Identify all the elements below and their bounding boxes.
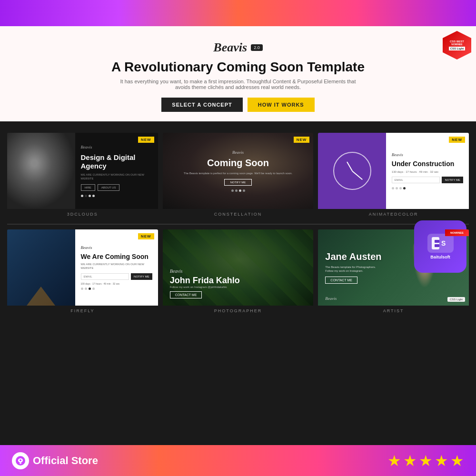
constellation-notify-btn[interactable]: NOTIFY ME xyxy=(224,179,252,186)
artist-sub: The Beavis template for Photographers. F… xyxy=(325,265,382,273)
firefly-counter: 100 days · 17 hours · 49 min · 32 sec xyxy=(81,282,152,285)
artist-contact-btn[interactable]: CONTACT ME xyxy=(325,277,357,284)
store-label-text: Official Store xyxy=(33,455,98,467)
photographer-sub: Follow my work on Instagram @johfridakah… xyxy=(170,286,307,288)
firefly-email-input[interactable] xyxy=(81,273,129,280)
animatedcolor-email-input[interactable] xyxy=(392,177,440,183)
clock-hour-hand xyxy=(347,161,353,171)
animatedcolor-notify-btn[interactable]: NOTIFY ME xyxy=(442,177,463,183)
stars-area: ★ ★ ★ ★ ★ xyxy=(387,452,464,470)
photographer-heading: John Frida Kahlo xyxy=(170,276,307,286)
footer-bar: Official Store ★ ★ ★ ★ ★ xyxy=(0,445,476,476)
star-5: ★ xyxy=(450,452,464,470)
new-badge-firefly: NEW xyxy=(138,233,154,239)
3dclouds-heading: Design & Digital Agency xyxy=(81,153,152,170)
official-store-area: Official Store xyxy=(12,452,98,469)
css-light-badge-artist: CSS Light xyxy=(447,297,465,302)
new-badge-constellation: NEW xyxy=(294,137,310,143)
nominee-ribbon-container: NOMINEE xyxy=(445,229,469,253)
row-divider xyxy=(7,224,469,225)
3dclouds-hire-btn[interactable]: HIRE xyxy=(81,184,95,191)
baitulsoft-name: Baitulsoft xyxy=(430,255,450,259)
firefly-notify-btn[interactable]: NOTIFY ME xyxy=(131,273,152,280)
template-card-photographer[interactable]: Beavis John Frida Kahlo Follow my work o… xyxy=(163,229,314,313)
star-1: ★ xyxy=(387,452,401,470)
version-badge: 2.0 xyxy=(251,44,263,51)
photographer-brand: Beavis xyxy=(170,268,307,274)
constellation-brand: Beavis xyxy=(232,150,244,155)
3dclouds-brand: Beavis xyxy=(81,145,152,149)
hero-buttons: SELECT A CONCEPT HOW IT WORKS xyxy=(161,98,314,112)
css-award-badge: CSS BEST NOMINEE CSS Light xyxy=(443,31,471,60)
clock-minute-hand xyxy=(352,170,362,179)
3dclouds-photo xyxy=(7,133,75,209)
animatedcolor-sub: 130 days · 17 hours · 49 min · 32 sec xyxy=(392,170,463,174)
clock-icon xyxy=(333,152,371,190)
hero-section: Beavis 2.0 A Revolutionary Coming Soon T… xyxy=(0,26,476,121)
template-card-constellation[interactable]: NEW Beavis Coming Soon The Beavis templa… xyxy=(163,133,314,217)
new-badge-3dclouds: NEW xyxy=(138,137,154,143)
photographer-contact-btn[interactable]: CONTACT ME xyxy=(170,291,202,298)
svg-rect-2 xyxy=(435,244,439,247)
3dclouds-label: 3DCLOUDS xyxy=(7,212,158,217)
firefly-photo xyxy=(7,229,75,306)
constellation-heading: Coming Soon xyxy=(207,158,269,169)
logo-area: Beavis 2.0 xyxy=(213,40,262,55)
animatedcolor-label: ANIMATEDCOLOR xyxy=(318,212,469,217)
select-concept-button[interactable]: SELECT A CONCEPT xyxy=(161,98,242,112)
animatedcolor-left xyxy=(318,133,386,209)
star-2: ★ xyxy=(403,452,417,470)
constellation-sub: The Beavis template is perfect for a com… xyxy=(184,171,293,175)
photographer-label: PHOTOGRAPHER xyxy=(163,308,314,313)
3dclouds-about-btn[interactable]: ABOUT US xyxy=(98,184,120,191)
constellation-label: CONSTELLATION xyxy=(163,212,314,217)
animatedcolor-heading: Under Construction xyxy=(392,160,463,168)
firefly-heading: We Are Coming Soon xyxy=(81,253,152,261)
store-icon xyxy=(12,452,29,469)
templates-row-2: NEW Beavis We Are Coming Soon WE ARE CUR… xyxy=(7,229,469,313)
brand-logo-text: Beavis xyxy=(213,40,247,55)
star-3: ★ xyxy=(419,452,433,470)
templates-row-1: NEW Beavis Design & Digital Agency WE AR… xyxy=(7,133,469,217)
template-card-3dclouds[interactable]: NEW Beavis Design & Digital Agency WE AR… xyxy=(7,133,158,217)
templates-section: NEW Beavis Design & Digital Agency WE AR… xyxy=(0,123,476,330)
nominee-badge: NOMINEE xyxy=(445,229,469,236)
template-card-animatedcolor[interactable]: NEW Beavis Under Construction 130 days ·… xyxy=(318,133,469,217)
hero-title: A Revolutionary Coming Soon Template xyxy=(111,60,365,75)
svg-rect-1 xyxy=(435,240,439,243)
animatedcolor-brand: Beavis xyxy=(392,152,463,157)
firefly-sub: WE ARE CURRENTLY WORKING ON OUR NEW WEBS… xyxy=(81,263,152,270)
hero-subtitle: It has everything you want, to make a fi… xyxy=(119,79,357,90)
svg-rect-0 xyxy=(432,237,439,249)
top-gradient-bar xyxy=(0,0,476,26)
artist-brand: Beavis xyxy=(325,296,337,301)
firefly-label: FIREFLY xyxy=(7,308,158,313)
new-badge-animatedcolor: NEW xyxy=(449,137,465,143)
svg-point-5 xyxy=(20,459,21,461)
artist-label: ARTIST xyxy=(318,308,469,313)
template-card-firefly[interactable]: NEW Beavis We Are Coming Soon WE ARE CUR… xyxy=(7,229,158,313)
3dclouds-sub: WE ARE CURRENTLY WORKING ON OUR NEW WEBS… xyxy=(81,173,152,181)
firefly-brand: Beavis xyxy=(81,245,152,250)
star-4: ★ xyxy=(435,452,448,470)
how-it-works-button[interactable]: HOW IT WORKS xyxy=(248,98,315,112)
